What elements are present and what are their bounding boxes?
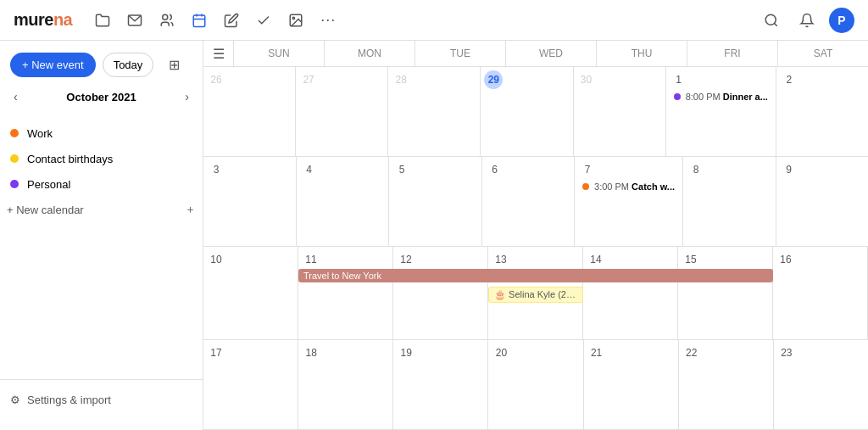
cell-oct3[interactable]: 3: [203, 157, 297, 246]
tasks-icon[interactable]: [250, 7, 277, 34]
event-selina-kyle[interactable]: 🎂 Selina Kyle (2021): [488, 287, 583, 303]
birthdays-dot: [10, 154, 19, 163]
cell-oct19[interactable]: 19: [393, 340, 488, 429]
birthdays-label: Contact birthdays: [27, 153, 181, 165]
new-event-button[interactable]: + New event: [10, 53, 96, 77]
mini-cal-header: ‹ October 2021 ›: [10, 88, 192, 105]
new-calendar-label: + New calendar: [7, 204, 84, 216]
week-1: 26 27 28 29 30 1 8:00 PM Dinner a... 2: [203, 67, 868, 157]
hamburger-menu-icon[interactable]: ☰: [203, 41, 234, 66]
pencil-icon[interactable]: [218, 7, 245, 34]
calendar-weeks: 26 27 28 29 30 1 8:00 PM Dinner a... 2 3…: [203, 67, 868, 430]
cell-oct1[interactable]: 1 8:00 PM Dinner a...: [666, 67, 776, 156]
mini-cal-title: October 2021: [66, 91, 136, 103]
header-fri: Fri: [687, 41, 778, 66]
calendar-item-work[interactable]: Work ⇧ ···: [3, 120, 199, 146]
cell-oct21[interactable]: 21: [584, 340, 679, 429]
cell-oct8[interactable]: 8: [683, 157, 776, 246]
calendar-icon[interactable]: [186, 7, 213, 34]
calendar-item-birthdays[interactable]: Contact birthdays ···: [3, 146, 199, 171]
cell-oct7[interactable]: 7 3:00 PM Catch w...: [575, 157, 683, 246]
more-icon[interactable]: ···: [314, 7, 342, 34]
new-calendar-plus-icon: ＋: [185, 202, 196, 217]
mail-icon[interactable]: [121, 7, 148, 34]
grid-view-icon[interactable]: ⊞: [160, 51, 187, 78]
settings-label: Settings & import: [27, 394, 111, 406]
work-share-icon[interactable]: ⇧: [165, 126, 177, 141]
prev-month-button[interactable]: ‹: [10, 88, 21, 105]
settings-item[interactable]: ⚙ Settings & import: [10, 390, 192, 410]
cell-oct20[interactable]: 20: [488, 340, 583, 429]
photos-icon[interactable]: [282, 7, 309, 34]
week-2: 3 4 5 6 7 3:00 PM Catch w... 8 9: [203, 157, 868, 247]
topnav-right: P: [758, 7, 854, 34]
cell-sep26[interactable]: 26: [203, 67, 296, 156]
cell-oct23[interactable]: 23: [774, 340, 868, 429]
work-label: Work: [27, 127, 165, 140]
svg-point-7: [293, 17, 295, 19]
cell-oct11[interactable]: 11: [298, 247, 393, 339]
cell-oct17[interactable]: 17: [203, 340, 298, 429]
cell-oct18[interactable]: 18: [298, 340, 393, 429]
calendar-item-personal[interactable]: Personal ⇧ ···: [3, 171, 199, 197]
header-thu: Thu: [597, 41, 687, 66]
event-catch[interactable]: 3:00 PM Catch w...: [578, 181, 679, 193]
cell-sep28[interactable]: 28: [388, 67, 481, 156]
event-dot: [674, 93, 681, 100]
header-tue: Tue: [415, 41, 506, 66]
calendar-header-row: ☰ Sun Mon Tue Wed Thu Fri Sat: [203, 41, 868, 67]
personal-share-icon[interactable]: ⇧: [165, 176, 177, 192]
event-dot: [582, 183, 589, 190]
header-sun: Sun: [234, 41, 325, 66]
settings-icon: ⚙: [10, 394, 20, 406]
nav-icons: ···: [89, 7, 342, 34]
work-dot: [10, 129, 19, 137]
cell-oct2[interactable]: 2: [776, 67, 868, 156]
cell-oct22[interactable]: 22: [679, 340, 774, 429]
bell-icon[interactable]: [793, 7, 821, 34]
header-wed: Wed: [506, 41, 597, 66]
mini-calendar: ‹ October 2021 ›: [0, 88, 203, 120]
personal-label: Personal: [27, 178, 165, 191]
calendar-list: Work ⇧ ··· Contact birthdays ··· Persona…: [0, 120, 203, 197]
work-more-icon[interactable]: ···: [181, 126, 192, 141]
cell-oct4[interactable]: 4: [297, 157, 390, 246]
sidebar-top: + New event Today ⊞: [0, 51, 203, 88]
header-sat: Sat: [778, 41, 868, 66]
today-button[interactable]: Today: [103, 53, 154, 77]
event-travel-new-york[interactable]: Travel to New York: [298, 269, 773, 282]
birthdays-more-icon[interactable]: ···: [181, 151, 192, 166]
cell-sep29[interactable]: 29: [481, 67, 573, 156]
week-3: 10 11 12 13 14 15 16 Travel to New York …: [203, 247, 868, 340]
avatar[interactable]: P: [829, 8, 854, 33]
header-mon: Mon: [325, 41, 415, 66]
next-month-button[interactable]: ›: [181, 88, 192, 105]
app-logo: murena: [14, 10, 72, 30]
week-4: 17 18 19 20 21 22 23: [203, 340, 868, 430]
sidebar: + New event Today ⊞ ‹ October 2021 › Wor…: [0, 41, 203, 430]
cell-oct6[interactable]: 6: [482, 157, 576, 246]
cell-oct9[interactable]: 9: [776, 157, 868, 246]
cell-oct10[interactable]: 10: [203, 247, 298, 339]
personal-more-icon[interactable]: ···: [181, 176, 192, 192]
svg-point-1: [163, 14, 168, 20]
cell-sep30[interactable]: 30: [574, 67, 666, 156]
new-calendar-button[interactable]: + New calendar ＋: [0, 197, 203, 222]
event-dinner[interactable]: 8:00 PM Dinner a...: [670, 91, 772, 103]
cell-oct12[interactable]: 12: [393, 247, 488, 339]
contacts-icon[interactable]: [153, 7, 181, 34]
sidebar-footer: ⚙ Settings & import: [0, 379, 203, 420]
personal-dot: [10, 180, 19, 188]
calendar-grid: ☰ Sun Mon Tue Wed Thu Fri Sat 26 27 28 2…: [203, 41, 868, 430]
main-content: + New event Today ⊞ ‹ October 2021 › Wor…: [0, 41, 868, 430]
cell-sep27[interactable]: 27: [296, 67, 388, 156]
search-icon[interactable]: [758, 7, 785, 34]
cell-oct16[interactable]: 16: [773, 247, 868, 339]
cell-oct5[interactable]: 5: [389, 157, 482, 246]
cell-oct14[interactable]: 14: [583, 247, 678, 339]
svg-rect-2: [194, 15, 206, 27]
cell-oct15[interactable]: 15: [678, 247, 773, 339]
svg-point-8: [765, 14, 776, 25]
folder-icon[interactable]: [89, 7, 116, 34]
top-navigation: murena ··· P: [0, 0, 868, 41]
